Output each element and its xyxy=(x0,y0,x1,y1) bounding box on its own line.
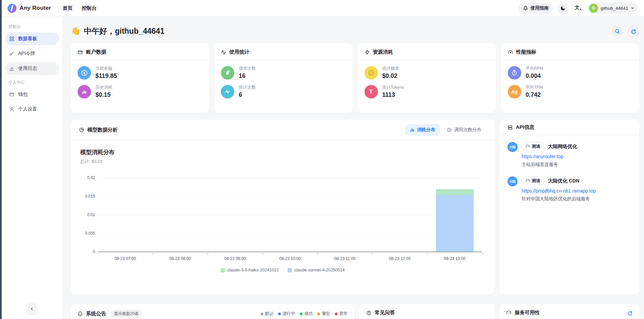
sidebar-collapse-button[interactable] xyxy=(26,303,38,315)
stat-label: 统计Tokens xyxy=(382,85,404,90)
card-title: 性能指标 xyxy=(516,49,536,55)
card-title: 账户数据 xyxy=(86,49,106,55)
tab-consumption-distribution[interactable]: 消耗分布 xyxy=(405,124,440,136)
speed-test-label: 测速 xyxy=(532,143,540,149)
translate-icon: 文A xyxy=(575,5,582,11)
legend-swatch-green xyxy=(221,268,225,272)
faq-card: 常见问答 xyxy=(359,304,494,319)
bar-stats-icon xyxy=(78,85,91,98)
key-icon xyxy=(9,51,14,56)
api-entry-desc: 针对中国大陆地区优化的后端服务 xyxy=(522,196,596,202)
panel-title: 模型数据分析 xyxy=(87,127,118,133)
api-entry-desc: 主站后端直连服务 xyxy=(522,162,577,168)
sidebar-item-label: API令牌 xyxy=(18,51,35,57)
sidebar-item-usage-logs[interactable]: 使用日志 xyxy=(5,62,59,75)
latest-count-badge: 显示最新20条 xyxy=(111,310,142,318)
token-icon: T xyxy=(364,85,378,98)
sidebar-item-dashboard[interactable]: 数据看板 xyxy=(5,32,59,45)
stat-label: 统计次数 xyxy=(239,85,256,90)
currency-exchange-icon xyxy=(78,66,91,80)
clock-icon xyxy=(447,127,452,133)
status-inprogress: 进行中 xyxy=(278,311,295,317)
nav-link-home[interactable]: 首页 xyxy=(63,5,72,11)
pie-chart-icon xyxy=(79,127,84,133)
request-refresh-icon xyxy=(221,66,234,80)
stopwatch-icon xyxy=(508,66,521,80)
language-toggle-button[interactable]: 文A xyxy=(573,3,584,14)
bar-chart-icon xyxy=(9,66,14,71)
top-navbar: Any Router 首页 控制台 使用指南 文A G github_44641 xyxy=(2,0,644,16)
speed-test-button[interactable]: 测速 xyxy=(522,176,545,185)
card-title: 常见问答 xyxy=(375,310,395,316)
search-button[interactable] xyxy=(611,25,623,37)
user-menu[interactable]: G github_44641 xyxy=(588,2,638,14)
tab-label: 调用次数分布 xyxy=(454,127,481,133)
greeting-text: 中午好，github_44641 xyxy=(84,26,165,36)
sidebar-item-label: 使用日志 xyxy=(18,65,37,71)
navbar-right: 使用指南 文A G github_44641 xyxy=(518,2,638,14)
sidebar-item-wallet[interactable]: 钱包 xyxy=(5,88,59,101)
chart-subtitle: 总计: $0.02 xyxy=(80,158,485,165)
activity-icon xyxy=(221,50,226,55)
card-title: 服务可用性 xyxy=(515,310,540,316)
gauge-icon xyxy=(508,50,513,55)
api-entry-url[interactable]: https://pmpjfbhq.cn-nb1.rainapp.top xyxy=(522,188,596,194)
coin-icon xyxy=(364,66,378,80)
brand-name: Any Router xyxy=(20,5,51,11)
refresh-button[interactable] xyxy=(627,25,639,37)
dashboard-grid-icon xyxy=(9,36,14,41)
panel-title: API信息 xyxy=(516,124,534,130)
avg-icon: Ag xyxy=(508,85,521,98)
usage-guide-button[interactable]: 使用指南 xyxy=(518,3,553,14)
legend-swatch-blue xyxy=(288,268,292,272)
stat-request-count: 请求次数 16 xyxy=(221,66,346,80)
region-badge: 大陆 xyxy=(507,176,518,186)
speed-test-button[interactable]: 测速 xyxy=(522,142,545,151)
stat-avg-tpm: Ag 平均TPM 0.742 xyxy=(508,85,633,98)
sidebar-item-api-tokens[interactable]: API令牌 xyxy=(5,47,59,60)
card-usage-stats: 使用统计 请求次数 16 统计次数 6 xyxy=(214,43,352,113)
api-info-panel: API信息 大陆 测速 大陆网络优化 https://anyrouter.top xyxy=(499,120,639,294)
stat-value: $0.15 xyxy=(95,91,112,98)
status-dot xyxy=(261,313,263,315)
status-error: 异常 xyxy=(335,311,348,317)
api-entry-url[interactable]: https://anyrouter.top xyxy=(522,154,577,159)
sidebar-item-settings[interactable]: 个人设置 xyxy=(5,103,59,116)
gauge-icon xyxy=(506,310,511,316)
legend-item-sonnet[interactable]: claude-sonnet-4-20250514 xyxy=(288,268,345,272)
availability-refresh-button[interactable] xyxy=(627,310,633,316)
brand[interactable]: Any Router xyxy=(7,4,51,13)
theme-toggle-button[interactable] xyxy=(557,3,568,14)
speedometer-icon xyxy=(526,179,530,183)
stat-cards-row: 账户数据 当前余额 $119.85 历史消耗 $0.15 xyxy=(71,43,639,113)
user-name: github_44641 xyxy=(601,6,628,11)
tab-call-count-distribution[interactable]: 调用次数分布 xyxy=(442,124,486,136)
stat-label: 请求次数 xyxy=(239,66,256,71)
availability-card: 服务可用性 xyxy=(499,304,639,319)
person-icon xyxy=(9,107,14,112)
page-greeting: 👋 中午好，github_44641 xyxy=(71,26,165,36)
legend-label: claude-3-5-haiku-20241022 xyxy=(227,268,279,272)
sidebar-item-label: 个人设置 xyxy=(18,106,37,112)
chevron-left-icon xyxy=(30,307,34,311)
legend-item-haiku[interactable]: claude-3-5-haiku-20241022 xyxy=(221,268,279,272)
bell-icon xyxy=(523,6,528,11)
sidebar: 控制台 数据看板 API令牌 使用日志 个人中心 钱包 个人设置 xyxy=(2,16,63,319)
bell-icon xyxy=(78,311,83,317)
status-warning: 警告 xyxy=(317,311,330,317)
nav-link-console[interactable]: 控制台 xyxy=(82,5,97,11)
pulse-icon xyxy=(221,85,234,98)
stat-value: $0.02 xyxy=(382,72,399,80)
user-avatar: G xyxy=(589,4,598,13)
lightning-icon xyxy=(364,50,370,55)
stat-stat-count: 统计次数 6 xyxy=(221,85,346,98)
api-entry-name: 大陆优化 CDN xyxy=(548,178,579,184)
legend-label: claude-sonnet-4-20250514 xyxy=(294,268,345,272)
stat-label: 平均RPM xyxy=(526,66,544,71)
status-default: 默认 xyxy=(261,311,273,317)
sidebar-item-label: 数据看板 xyxy=(18,36,37,42)
moon-icon xyxy=(560,5,566,11)
chart-grid: 00.0050.010.0150.0208-23 07:0008-23 08:0… xyxy=(98,178,482,252)
card-performance: 性能指标 平均RPM 0.004 Ag 平均TPM 0.742 xyxy=(501,43,639,113)
api-entry-mainland: 大陆 测速 大陆网络优化 https://anyrouter.top 主站后端直… xyxy=(507,142,631,168)
